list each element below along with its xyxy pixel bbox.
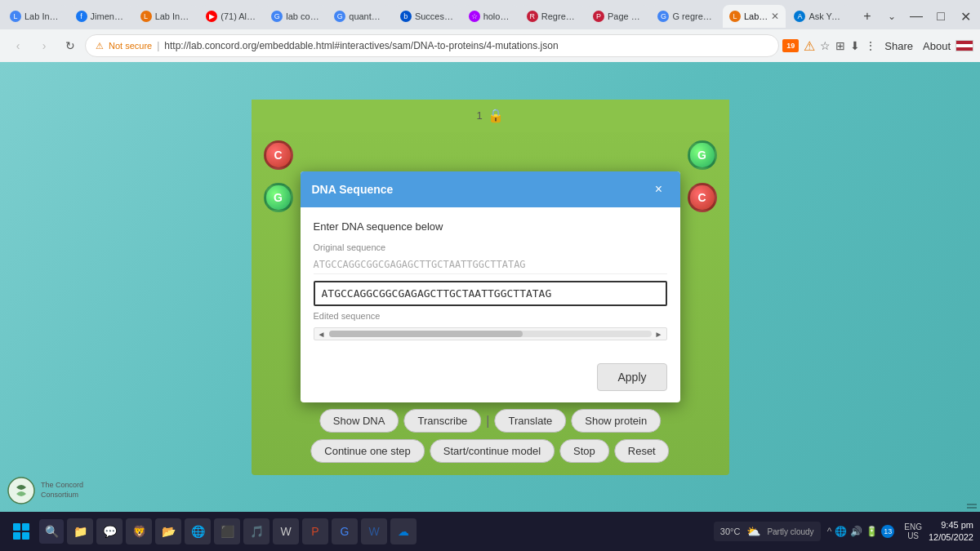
tray-network-icon[interactable]: 🌐 (835, 526, 847, 537)
modal-header: DNA Sequence × (301, 171, 680, 207)
tab-ask[interactable]: A Ask Your S (787, 5, 851, 28)
nav-right-area: 19 ⚠ ☆ ⊞ ⬇ ⋮ Share About (782, 38, 973, 54)
button-separator: | (486, 414, 489, 429)
original-sequence-label: Original sequence (314, 242, 667, 252)
taskbar-chrome-button[interactable]: G (332, 518, 358, 544)
taskbar-winamp-button[interactable]: W (273, 518, 299, 544)
tab-menu-button[interactable]: ⊞ (835, 39, 845, 52)
download-button[interactable]: ⬇ (850, 39, 860, 52)
language-flag-icon (956, 40, 973, 51)
tab-g-regression[interactable]: G G regression (651, 5, 720, 28)
clock-time: 9:45 pm (941, 519, 973, 531)
address-url: http://lab.concord.org/embeddable.html#i… (164, 40, 768, 51)
system-clock[interactable]: 9:45 pm 12/05/2022 (929, 519, 973, 544)
minimize-button[interactable]: — (905, 5, 928, 28)
scroll-left-arrow[interactable]: ◄ (318, 330, 326, 339)
continue-one-step-button[interactable]: Continue one step (310, 439, 425, 463)
show-dna-button[interactable]: Show DNA (319, 409, 399, 433)
nav-bar: ‹ › ↻ ⚠ Not secure | http://lab.concord.… (0, 29, 980, 62)
taskbar-files-button[interactable]: 📁 (67, 518, 93, 544)
tab-bar: L Lab Interac f Jimenez m L Lab Interac … (0, 0, 980, 29)
refresh-button[interactable]: ↻ (59, 34, 82, 57)
tab-actions: + ⌄ — □ ✕ (856, 5, 977, 28)
taskbar-brave-button[interactable]: 🦁 (126, 518, 152, 544)
menu-button[interactable]: ⋮ (865, 39, 876, 52)
start-button[interactable] (7, 517, 36, 546)
taskbar-search-button[interactable]: 🔍 (39, 519, 64, 544)
tab-lab-interact-2[interactable]: L Lab Interac (134, 5, 198, 28)
scrollbar-track[interactable] (329, 331, 652, 337)
clock-date: 12/05/2022 (929, 531, 973, 544)
bookmark-button[interactable]: ☆ (820, 39, 831, 52)
tray-volume-icon[interactable]: 🔊 (850, 526, 862, 537)
tab-lab-active[interactable]: L Lab Inte ✕ (723, 5, 786, 28)
maximize-button[interactable]: □ (929, 5, 952, 28)
share-link[interactable]: Share (884, 40, 913, 52)
original-sequence-display: ATGCCAGGCGGCGAGAGCTTGCTAATTGGCTTATAG (314, 256, 667, 274)
alert-icon[interactable]: ⚠ (804, 38, 815, 54)
apply-button[interactable]: Apply (597, 363, 666, 391)
button-row-2: Continue one step Start/continue model S… (310, 439, 669, 463)
tab-alfie[interactable]: ▶ (71) Alfie C (199, 5, 263, 28)
tab-lab-concord[interactable]: G lab concor (265, 5, 326, 28)
security-warning-text: Not secure (109, 41, 152, 51)
scroll-right-arrow[interactable]: ► (655, 330, 663, 339)
show-protein-button[interactable]: Show protein (571, 409, 661, 433)
modal-footer: Apply (301, 357, 680, 402)
modal-close-button[interactable]: × (649, 180, 669, 199)
tab-expand-button[interactable]: ⌄ (880, 5, 903, 28)
back-button[interactable]: ‹ (7, 34, 29, 57)
close-button[interactable]: ✕ (954, 5, 977, 28)
button-row-1: Show DNA Transcribe | Translate Show pro… (319, 409, 661, 433)
vpn-icon[interactable]: 19 (782, 39, 799, 52)
taskbar-terminal-button[interactable]: ⬛ (214, 518, 240, 544)
address-bar[interactable]: ⚠ Not secure | http://lab.concord.org/em… (85, 34, 779, 57)
resize-handles (967, 504, 977, 509)
taskbar-folder-button[interactable]: 📂 (155, 518, 181, 544)
modal-body: Enter DNA sequence below Original sequen… (301, 207, 680, 357)
weather-temp: 30°C (720, 527, 741, 536)
horizontal-scrollbar[interactable]: ◄ ► (314, 327, 667, 340)
reset-button[interactable]: Reset (614, 439, 670, 463)
taskbar-word-button[interactable]: W (361, 518, 387, 544)
tab-quantum[interactable]: G quantum m (327, 5, 392, 28)
tab-lab-interact-1[interactable]: L Lab Interac (3, 5, 68, 28)
system-tray: 30°C ⛅ Partly cloudy (714, 522, 821, 541)
translate-button[interactable]: Translate (495, 409, 567, 433)
address-separator: | (157, 40, 159, 51)
weather-desc: Partly cloudy (767, 527, 813, 536)
start-continue-button[interactable]: Start/continue model (430, 439, 555, 463)
new-tab-button[interactable]: + (856, 5, 879, 28)
notification-badge[interactable]: 13 (881, 525, 894, 538)
tab-regression[interactable]: R Regression (520, 5, 585, 28)
concord-logo-icon (7, 476, 36, 505)
about-link[interactable]: About (923, 40, 951, 52)
browser-chrome: L Lab Interac f Jimenez m L Lab Interac … (0, 0, 980, 62)
stop-button[interactable]: Stop (559, 439, 609, 463)
taskbar-ppt-button[interactable]: P (302, 518, 328, 544)
taskbar-music-button[interactable]: 🎵 (243, 518, 270, 544)
concord-logo: The Concord Consortium (7, 476, 83, 505)
modal-subtitle: Enter DNA sequence below (314, 220, 667, 233)
taskbar-chat-button[interactable]: 💬 (96, 518, 122, 544)
taskbar: 🔍 📁 💬 🦁 📂 🌐 ⬛ 🎵 W P G W ☁ 30°C ⛅ Partly … (0, 512, 980, 551)
tab-holodeck[interactable]: ☆ holodeck (462, 5, 519, 28)
bottom-controls: Show DNA Transcribe | Translate Show pro… (310, 409, 669, 463)
tab-page-miss[interactable]: P Page missi (586, 5, 650, 28)
tab-success[interactable]: b Success Co (394, 5, 461, 28)
page-content: 1 🔒 C G G C DNA Sequence × Enter DNA (0, 62, 980, 512)
transcribe-button[interactable]: Transcribe (403, 409, 481, 433)
tray-battery-icon[interactable]: 🔋 (866, 526, 878, 537)
tray-chevron[interactable]: ^ (827, 526, 832, 537)
taskbar-edge-button[interactable]: 🌐 (185, 518, 211, 544)
tab-close-icon[interactable]: ✕ (771, 11, 779, 22)
region-code: US (907, 531, 919, 540)
share-about-area: Share About (884, 40, 951, 52)
taskbar-onedrive-button[interactable]: ☁ (390, 518, 416, 544)
sequence-input-field[interactable] (314, 281, 667, 306)
language-indicator[interactable]: ENG US (901, 522, 925, 540)
scrollbar-thumb[interactable] (329, 331, 523, 337)
forward-button[interactable]: › (33, 34, 56, 57)
tab-jimenez[interactable]: f Jimenez m (69, 5, 132, 28)
security-warning-icon: ⚠ (96, 41, 104, 51)
